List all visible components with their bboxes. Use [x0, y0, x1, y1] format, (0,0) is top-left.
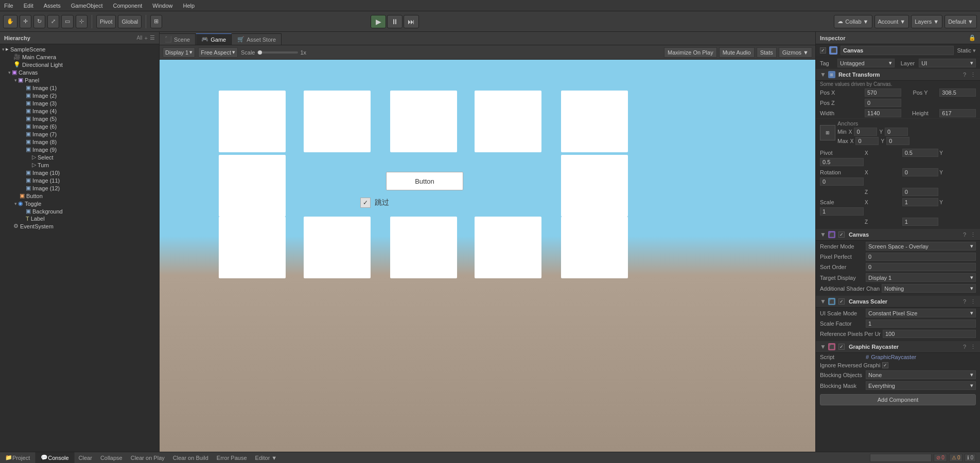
tab-scene[interactable]: ⬛ Scene [160, 33, 196, 45]
collab-dropdown[interactable]: ☁ Collab ▼ [834, 15, 872, 28]
hierarchy-menu-icon[interactable]: ☰ [150, 34, 155, 41]
ui-scale-mode-dropdown[interactable]: Constant Pixel Size ▾ [866, 309, 976, 317]
canvas-comp-help-icon[interactable]: ? [963, 232, 966, 238]
hierarchy-add-icon[interactable]: + [145, 35, 148, 41]
hierarchy-item-19[interactable]: ▣ Button [0, 192, 159, 200]
gizmos-dropdown[interactable]: Gizmos ▼ [779, 47, 812, 58]
scene-button[interactable]: Button [386, 172, 463, 190]
hierarchy-item-13[interactable]: ▣ Image (9) [0, 146, 159, 153]
global-button[interactable]: Global [118, 15, 142, 28]
blocking-mask-dropdown[interactable]: Everything ▾ [866, 381, 976, 390]
rect-transform-help-icon[interactable]: ? [963, 72, 966, 78]
graphic-raycaster-help-icon[interactable]: ? [963, 344, 966, 350]
tool-rect[interactable]: ▭ [61, 15, 74, 28]
hierarchy-item-17[interactable]: ▣ Image (11) [0, 176, 159, 184]
pos-x-input[interactable] [865, 88, 901, 97]
stats-btn[interactable]: Stats [757, 47, 777, 58]
hierarchy-item-14[interactable]: ▷ Select [0, 153, 159, 161]
console-search-input[interactable] [870, 454, 932, 462]
aspect-dropdown[interactable]: Free Aspect ▾ [198, 47, 238, 58]
hierarchy-item-11[interactable]: ▣ Image (7) [0, 130, 159, 138]
rotation-z-input[interactable] [902, 188, 939, 196]
hierarchy-item-3[interactable]: ▾ ▣ Canvas [0, 68, 159, 76]
account-dropdown[interactable]: Account ▼ [874, 15, 909, 28]
menu-file[interactable]: File [2, 3, 15, 9]
canvas-comp-collapse-icon[interactable]: ▼ [820, 231, 826, 238]
pos-z-input[interactable] [865, 99, 901, 107]
layer-dropdown[interactable]: UI ▾ [919, 59, 976, 67]
height-input[interactable] [939, 109, 976, 117]
tab-project[interactable]: 📁 Project [0, 452, 36, 464]
graphic-raycaster-collapse-icon[interactable]: ▼ [820, 343, 826, 350]
tag-dropdown[interactable]: Untagged ▾ [837, 59, 895, 67]
scale-slider-track[interactable] [257, 51, 298, 54]
hierarchy-item-5[interactable]: ▣ Image (1) [0, 84, 159, 92]
hierarchy-item-7[interactable]: ▣ Image (3) [0, 99, 159, 107]
reference-pixels-input[interactable] [883, 330, 976, 338]
default-dropdown[interactable]: Default ▼ [944, 15, 977, 28]
ignore-reversed-checkbox[interactable] [882, 362, 888, 368]
menu-window[interactable]: Window [150, 3, 174, 9]
hierarchy-item-18[interactable]: ▣ Image (12) [0, 184, 159, 192]
blocking-objects-dropdown[interactable]: None ▾ [866, 370, 976, 379]
canvas-scaler-help-icon[interactable]: ? [963, 298, 966, 305]
sort-order-input[interactable] [866, 263, 976, 271]
hierarchy-item-20[interactable]: ▾ ◉ Toggle [0, 200, 159, 207]
rotation-y-input[interactable] [820, 177, 864, 186]
error-pause-button[interactable]: Error Pause [213, 452, 251, 464]
rect-transform-menu-icon[interactable]: ⋮ [970, 72, 976, 78]
anchor-min-y-input[interactable] [885, 128, 908, 136]
hierarchy-item-9[interactable]: ▣ Image (5) [0, 115, 159, 122]
grid-button[interactable]: ⊞ [150, 15, 162, 28]
static-dropdown-icon[interactable]: ▾ [973, 47, 976, 54]
canvas-scaler-menu-icon[interactable]: ⋮ [970, 298, 976, 305]
pixel-perfect-input[interactable] [866, 253, 976, 261]
rotation-x-input[interactable] [902, 168, 939, 176]
clear-button[interactable]: Clear [75, 452, 96, 464]
menu-assets[interactable]: Assets [42, 3, 63, 9]
scale-z-input[interactable] [902, 218, 939, 226]
render-mode-dropdown[interactable]: Screen Space - Overlay ▾ [866, 242, 976, 251]
hierarchy-item-21[interactable]: ▣ Background [0, 207, 159, 215]
hierarchy-item-0[interactable]: ▾ ▸ SampleScene [0, 45, 159, 53]
menu-gameobject[interactable]: GameObject [69, 3, 105, 9]
pos-y-input[interactable] [939, 88, 976, 97]
pivot-x-input[interactable] [902, 149, 939, 157]
object-name-input[interactable] [841, 46, 954, 55]
tool-transform[interactable]: ⊹ [76, 15, 87, 28]
add-component-button[interactable]: Add Component [820, 394, 976, 405]
hierarchy-item-15[interactable]: ▷ Turn [0, 161, 159, 169]
active-checkbox[interactable] [820, 47, 826, 54]
scale-y-input[interactable] [820, 207, 864, 216]
width-input[interactable] [865, 109, 901, 117]
menu-edit[interactable]: Edit [22, 3, 36, 9]
scale-x-input[interactable] [902, 198, 939, 206]
rect-transform-collapse-icon[interactable]: ▼ [820, 71, 826, 78]
hierarchy-item-10[interactable]: ▣ Image (6) [0, 122, 159, 130]
hierarchy-item-12[interactable]: ▣ Image (8) [0, 138, 159, 146]
collapse-button[interactable]: Collapse [96, 452, 127, 464]
tab-console[interactable]: 💬 Console [36, 452, 74, 464]
menu-component[interactable]: Component [111, 3, 144, 9]
canvas-comp-checkbox[interactable] [838, 232, 845, 238]
tool-rotate[interactable]: ↻ [33, 15, 45, 28]
hierarchy-item-1[interactable]: 🎥 Main Camera [0, 53, 159, 61]
anchor-max-y-input[interactable] [886, 137, 909, 145]
hierarchy-item-6[interactable]: ▣ Image (2) [0, 92, 159, 99]
layers-dropdown[interactable]: Layers ▼ [911, 15, 942, 28]
additional-shader-dropdown[interactable]: Nothing ▾ [882, 284, 976, 293]
hierarchy-item-22[interactable]: T Label [0, 215, 159, 222]
pause-button[interactable]: ⏸ [387, 15, 402, 28]
scale-factor-input[interactable] [866, 319, 976, 328]
step-button[interactable]: ⏭ [404, 15, 419, 28]
play-button[interactable]: ▶ [371, 15, 386, 28]
hierarchy-item-23[interactable]: ⚙ EventSystem [0, 222, 159, 230]
tab-game[interactable]: 🎮 Game [196, 33, 232, 45]
graphic-raycaster-checkbox[interactable] [838, 344, 845, 350]
clear-on-build-button[interactable]: Clear on Build [169, 452, 213, 464]
hierarchy-item-2[interactable]: 💡 Directional Light [0, 61, 159, 68]
canvas-comp-menu-icon[interactable]: ⋮ [970, 232, 976, 238]
hierarchy-item-16[interactable]: ▣ Image (10) [0, 169, 159, 176]
inspector-lock-icon[interactable]: 🔒 [969, 34, 976, 41]
display-dropdown[interactable]: Display 1 ▾ [163, 47, 195, 58]
